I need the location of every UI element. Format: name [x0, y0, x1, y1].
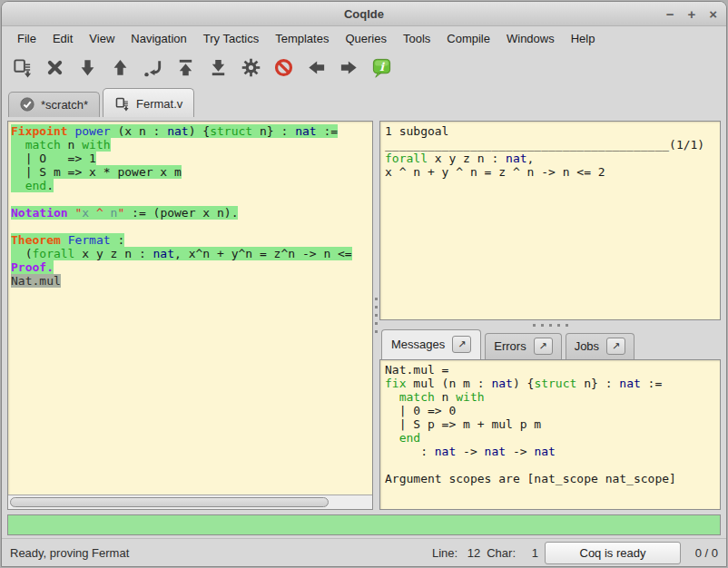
minimize-button[interactable]: − — [666, 7, 674, 21]
tab-fermat[interactable]: Fermat.v — [103, 88, 194, 117]
panel-tabbar: Messages ↗ Errors ↗ Jobs ↗ — [379, 329, 721, 359]
document-save-icon — [114, 96, 130, 112]
forward-one-step-button[interactable] — [74, 54, 101, 82]
code-line: x ^ n + y ^ n = z ^ n -> n <= 2 — [385, 165, 715, 179]
code-line: Nat.mul — [11, 274, 372, 288]
script-pane: Fixpoint power (x n : nat) {struct n} : … — [7, 121, 373, 510]
code-line: | S m => x * power x m — [11, 165, 372, 179]
menu-tools[interactable]: Tools — [395, 27, 438, 50]
menu-navigation[interactable]: Navigation — [123, 27, 194, 50]
go-to-cursor-button[interactable] — [139, 54, 166, 82]
menu-try-tactics[interactable]: Try Tactics — [195, 27, 267, 50]
arrow-left-icon — [306, 57, 327, 78]
horizontal-scrollbar[interactable] — [8, 495, 372, 509]
code-line: ________________________________________… — [385, 138, 715, 152]
detach-errors-button[interactable]: ↗ — [534, 338, 553, 355]
menu-queries[interactable]: Queries — [337, 27, 395, 50]
menubar: File Edit View Navigation Try Tactics Te… — [2, 26, 726, 51]
arrow-up-icon — [110, 57, 131, 78]
code-line: Nat.mul = — [385, 363, 715, 377]
code-line: Theorem Fermat : — [11, 233, 372, 247]
code-line: end — [385, 431, 715, 445]
code-line: match n with — [11, 138, 372, 152]
code-line: : nat -> nat -> nat — [385, 445, 715, 458]
code-line — [11, 192, 372, 206]
status-message: Ready, proving Fermat — [10, 546, 129, 560]
menu-file[interactable]: File — [9, 27, 44, 50]
horizontal-splitter[interactable] — [379, 320, 721, 329]
detach-arrow-icon: ↗ — [539, 340, 547, 352]
arrow-right-icon — [339, 57, 359, 78]
tab-errors[interactable]: Errors ↗ — [485, 333, 561, 359]
next-button[interactable] — [335, 54, 362, 82]
panel-tab-label: Errors — [494, 339, 526, 353]
progress-bar — [7, 514, 721, 535]
goals-pane[interactable]: 1 subgoal_______________________________… — [379, 121, 721, 320]
line-value: 12 — [464, 546, 480, 560]
detach-jobs-button[interactable]: ↗ — [606, 338, 625, 355]
code-line — [385, 458, 715, 472]
arrow-down-icon — [77, 57, 98, 78]
info-bubble-icon: i — [371, 57, 392, 78]
panel-tab-label: Messages — [391, 338, 445, 351]
code-line: (forall x y z n : nat, x^n + y^n = z^n -… — [11, 247, 372, 260]
go-to-start-button[interactable] — [172, 54, 199, 82]
close-x-icon — [44, 57, 65, 78]
tab-label: *scratch* — [41, 98, 88, 112]
messages-pane[interactable]: Nat.mul =fix mul (n m : nat) {struct n} … — [379, 359, 721, 510]
code-line: Notation "x ^ n" := (power x n). — [11, 206, 372, 220]
arrow-to-top-icon — [175, 57, 196, 78]
menu-view[interactable]: View — [81, 27, 123, 50]
code-line: Argument scopes are [nat_scope nat_scope… — [385, 472, 715, 485]
previous-button[interactable] — [302, 54, 330, 82]
code-line — [11, 220, 372, 233]
coq-state-button[interactable]: Coq is ready — [545, 542, 681, 564]
go-to-end-button[interactable] — [204, 54, 231, 82]
tab-label: Fermat.v — [136, 97, 182, 111]
save-button[interactable] — [8, 54, 35, 82]
interrupt-button[interactable] — [270, 54, 297, 82]
code-line: Fixpoint power (x n : nat) {struct n} : … — [11, 124, 372, 138]
panel-tab-label: Jobs — [575, 339, 599, 353]
close-buffer-button[interactable] — [41, 54, 68, 82]
maximize-button[interactable]: + — [687, 7, 695, 21]
close-button[interactable]: × — [709, 7, 717, 21]
script-editor[interactable]: Fixpoint power (x n : nat) {struct n} : … — [8, 122, 372, 495]
window-title: CoqIde — [344, 7, 384, 21]
document-tabbar: *scratch* Fermat.v — [2, 84, 726, 117]
back-one-step-button[interactable] — [106, 54, 133, 82]
detach-messages-button[interactable]: ↗ — [452, 336, 471, 353]
menu-compile[interactable]: Compile — [438, 27, 498, 50]
check-circle-icon — [20, 97, 34, 112]
titlebar[interactable]: CoqIde − + × — [2, 2, 726, 26]
code-line: | O => 1 — [11, 152, 372, 165]
code-line: forall x y z n : nat, — [385, 152, 715, 165]
line-label: Line: — [432, 546, 457, 560]
right-column: 1 subgoal_______________________________… — [379, 121, 721, 510]
code-line: | S p => m + mul p m — [385, 417, 715, 431]
code-line: | 0 => 0 — [385, 404, 715, 417]
detach-arrow-icon: ↗ — [457, 338, 466, 350]
code-line: 1 subgoal — [385, 124, 715, 138]
about-button[interactable]: i — [368, 54, 395, 82]
vertical-splitter[interactable] — [373, 121, 379, 510]
menu-templates[interactable]: Templates — [267, 27, 337, 50]
no-entry-icon — [273, 57, 294, 78]
fully-check-button[interactable] — [237, 54, 264, 82]
status-right: Line: 12 Char: 1 Coq is ready 0 / 0 — [432, 542, 718, 564]
code-line: match n with — [385, 390, 715, 404]
menu-windows[interactable]: Windows — [498, 27, 563, 50]
coq-state-label: Coq is ready — [580, 546, 646, 560]
menu-help[interactable]: Help — [563, 27, 604, 50]
tab-messages[interactable]: Messages ↗ — [381, 329, 481, 359]
window-controls: − + × — [666, 2, 717, 25]
tab-jobs[interactable]: Jobs ↗ — [566, 333, 635, 359]
tab-scratch[interactable]: *scratch* — [8, 92, 100, 117]
code-line: Proof. — [11, 260, 372, 274]
menu-edit[interactable]: Edit — [44, 27, 81, 50]
detach-arrow-icon: ↗ — [612, 340, 620, 352]
coqide-window: CoqIde − + × File Edit View Navigation T… — [1, 1, 727, 567]
toolbar: i — [2, 51, 726, 84]
arrow-to-bottom-icon — [208, 57, 229, 78]
scrollbar-thumb[interactable] — [10, 497, 329, 507]
